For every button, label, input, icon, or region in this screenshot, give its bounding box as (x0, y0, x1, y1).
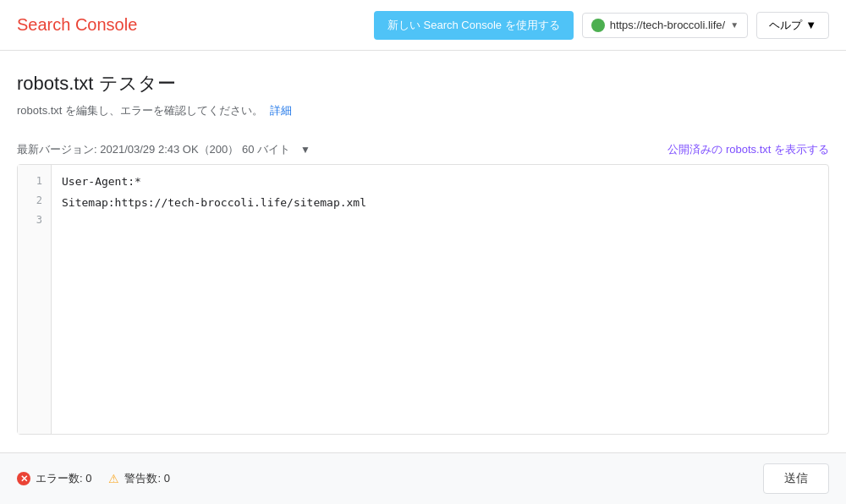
editor-container: 1 2 3 User-Agent:* Sitemap:https://tech-… (17, 164, 829, 435)
chevron-down-icon: ▼ (730, 20, 739, 30)
page-title: robots.txt テスター (17, 71, 829, 96)
header-right: 新しい Search Console を使用する https://tech-br… (374, 11, 829, 40)
main-content: robots.txt テスター robots.txt を編集し、エラーを確認して… (0, 51, 846, 435)
site-selector[interactable]: https://tech-broccoli.life/ ▼ (582, 13, 748, 38)
code-line-1: User-Agent:* (62, 172, 818, 193)
site-url: https://tech-broccoli.life/ (610, 19, 726, 31)
code-line-2: Sitemap:https://tech-broccoli.life/sitem… (62, 193, 818, 214)
detail-link[interactable]: 詳細 (270, 104, 292, 117)
version-dropdown-button[interactable]: ▼ (297, 142, 314, 157)
line-numbers: 1 2 3 (18, 165, 52, 434)
new-console-button[interactable]: 新しい Search Console を使用する (374, 11, 574, 40)
site-favicon-icon (591, 19, 605, 32)
chevron-down-icon: ▼ (805, 19, 816, 31)
view-live-link[interactable]: 公開済みの robots.txt を表示する (667, 142, 829, 157)
help-button[interactable]: ヘルプ ▼ (756, 12, 829, 39)
line-number-3: 3 (18, 211, 51, 230)
version-label: 最新バージョン: 2021/03/29 2:43 OK（200） 60 バイト (17, 142, 290, 157)
version-info: 最新バージョン: 2021/03/29 2:43 OK（200） 60 バイト … (17, 142, 314, 157)
code-line-3 (62, 214, 818, 217)
line-number-1: 1 (18, 172, 51, 191)
page-subtitle: robots.txt を編集し、エラーを確認してください。 詳細 (17, 103, 829, 118)
code-editor[interactable]: User-Agent:* Sitemap:https://tech-brocco… (52, 165, 828, 434)
header-left: Search Console (17, 15, 137, 35)
header: Search Console 新しい Search Console を使用する … (0, 0, 846, 51)
help-label: ヘルプ (769, 18, 802, 33)
line-number-2: 2 (18, 191, 51, 211)
version-bar: 最新バージョン: 2021/03/29 2:43 OK（200） 60 バイト … (17, 135, 829, 164)
app-title: Search Console (17, 15, 137, 34)
